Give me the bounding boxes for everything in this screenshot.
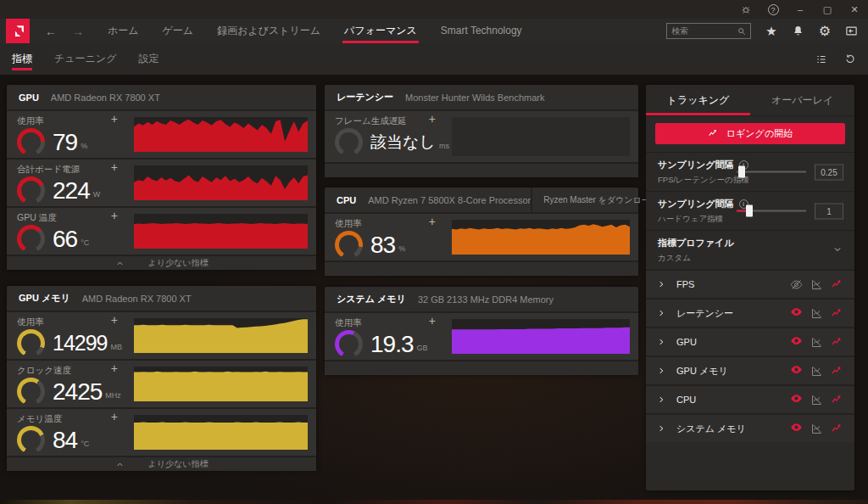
nav-back-icon[interactable]: ← [45, 25, 57, 38]
sampling-interval-value[interactable]: 1 [815, 203, 843, 219]
tracking-row-gpu-memory[interactable]: GPU メモリ [646, 356, 854, 384]
chart-disabled-icon[interactable] [810, 365, 823, 378]
reset-refresh-icon[interactable] [844, 53, 856, 65]
nav-tabs: ホーム ゲーム 録画およびストリーム パフォーマンス Smart Technol… [108, 19, 522, 43]
start-logging-button[interactable]: ロギングの開始 [655, 123, 845, 144]
close-button[interactable]: ✕ [841, 0, 868, 19]
visibility-eye-toggle[interactable] [790, 278, 803, 291]
gauge [17, 329, 45, 357]
search-input[interactable] [671, 26, 737, 36]
sparkline-chart [452, 319, 630, 354]
settings-gear-icon[interactable]: ⚙ [819, 25, 831, 38]
chart-disabled-icon[interactable] [810, 423, 823, 435]
collapse-metrics-button[interactable]: より少ない指標 [7, 255, 316, 270]
panel-title: GPU メモリ [19, 292, 70, 305]
add-metric-button[interactable]: + [111, 161, 118, 173]
background-game-image [0, 500, 868, 504]
favorites-star-icon[interactable]: ★ [765, 25, 776, 37]
chevron-right-icon [657, 338, 665, 346]
metrics-dashboard: GPU AMD Radeon RX 7800 XT 使用率 + 79 % 合計ボ… [0, 75, 868, 504]
visibility-eye-toggle[interactable] [790, 392, 803, 408]
metric-unit: MB [111, 343, 123, 351]
tracking-row-cpu[interactable]: CPU [646, 384, 854, 413]
trend-toggle-icon[interactable] [831, 307, 843, 320]
gauge [17, 176, 45, 204]
nav-tab-record-stream[interactable]: 録画およびストリーム [217, 19, 320, 43]
trend-toggle-icon[interactable] [831, 278, 843, 291]
add-metric-button[interactable]: + [111, 411, 118, 423]
metric-tile-frame-gen-latency: フレーム生成遅延 + 該当なし ms [325, 109, 638, 162]
chart-disabled-icon[interactable] [810, 336, 823, 349]
slider-handle[interactable] [746, 205, 753, 217]
add-metric-button[interactable]: + [429, 315, 436, 327]
nav-forward-icon[interactable]: → [72, 25, 84, 38]
search-box[interactable] [666, 23, 751, 39]
tracking-row-gpu[interactable]: GPU [646, 327, 854, 356]
trend-toggle-icon[interactable] [831, 423, 843, 435]
add-metric-button[interactable]: + [111, 314, 118, 326]
add-metric-button[interactable]: + [111, 113, 118, 125]
tracking-row-latency[interactable]: レーテンシー [646, 298, 854, 327]
panel-tracking: トラッキング オーバーレイ ロギングの開始 サンプリング間隔i FPS/レーテン… [646, 85, 854, 490]
chart-disabled-icon[interactable] [810, 394, 823, 406]
tracking-tabs: トラッキング オーバーレイ [646, 85, 854, 116]
metric-profile-row[interactable]: 指標プロファイル カスタム [646, 230, 854, 269]
tracking-row-system-memory[interactable]: システム メモリ [646, 413, 854, 442]
sampling-interval-slider[interactable] [737, 171, 806, 173]
sampling-interval-value[interactable]: 0.25 [815, 164, 843, 180]
metric-label: フレーム生成遅延 [335, 115, 435, 127]
nav-tab-smart-technology[interactable]: Smart Technology [441, 19, 522, 43]
metric-unit: MHz [105, 391, 121, 400]
metric-value: 84 [53, 427, 77, 454]
slider-handle[interactable] [738, 166, 745, 178]
subtab-tuning[interactable]: チューニング [54, 43, 116, 75]
chart-disabled-icon[interactable] [810, 278, 823, 291]
panel-latency: レーテンシー Monster Hunter Wilds Benchmark フレ… [325, 85, 638, 177]
notifications-bell-icon[interactable] [792, 25, 804, 37]
help-icon[interactable]: ? [760, 0, 787, 19]
trend-toggle-icon[interactable] [831, 365, 843, 378]
amd-logo[interactable] [6, 19, 30, 43]
sparkline-chart [134, 415, 308, 450]
visibility-eye-toggle[interactable] [790, 421, 803, 437]
nav-tab-home[interactable]: ホーム [108, 19, 139, 43]
tab-tracking[interactable]: トラッキング [646, 85, 750, 115]
collapse-metrics-button[interactable]: より少ない指標 [7, 456, 316, 471]
list-view-icon[interactable] [815, 53, 827, 65]
maximize-button[interactable]: ▢ [814, 0, 841, 19]
subtab-settings[interactable]: 設定 [138, 43, 159, 75]
metric-value: 83 [370, 232, 395, 259]
metric-label: 合計ボード電源 [17, 164, 117, 176]
visibility-eye-toggle[interactable] [790, 363, 803, 379]
sampling-interval-fps-row: サンプリング間隔i FPS/レーテンシーの指標 0.25 [646, 152, 854, 191]
panel-system-memory-header: システム メモリ 32 GB 2133 MHz DDR4 Memory [325, 287, 638, 311]
metric-label: メモリ温度 [17, 413, 117, 425]
metric-value: 2425 [53, 378, 102, 406]
metric-label: クロック速度 [17, 365, 117, 377]
chevron-down-icon [832, 244, 843, 255]
gauge [17, 378, 45, 406]
profile-value: カスタム [658, 253, 843, 264]
tab-overlay[interactable]: オーバーレイ [750, 85, 854, 115]
nav-tab-performance[interactable]: パフォーマンス [344, 19, 417, 43]
subtab-metrics[interactable]: 指標 [12, 43, 32, 75]
minimize-button[interactable]: – [787, 0, 814, 19]
visibility-eye-toggle[interactable] [790, 334, 803, 350]
metric-value: 224 [53, 177, 90, 204]
add-metric-button[interactable]: + [111, 210, 118, 221]
metric-unit: % [81, 142, 87, 150]
sparkline-chart [134, 318, 308, 353]
add-metric-button[interactable]: + [429, 113, 436, 125]
nav-tab-game[interactable]: ゲーム [163, 19, 194, 43]
chart-disabled-icon[interactable] [810, 307, 823, 320]
add-metric-button[interactable]: + [111, 362, 118, 374]
add-metric-button[interactable]: + [429, 216, 436, 227]
collapse-panel-icon[interactable] [845, 25, 858, 37]
trend-toggle-icon[interactable] [831, 394, 843, 406]
trend-toggle-icon[interactable] [831, 336, 843, 349]
metric-unit: °C [81, 440, 89, 448]
visibility-eye-toggle[interactable] [790, 305, 803, 322]
tracking-row-fps[interactable]: FPS [646, 269, 854, 298]
sampling-interval-slider[interactable] [737, 210, 806, 212]
bug-report-icon[interactable] [732, 0, 760, 19]
